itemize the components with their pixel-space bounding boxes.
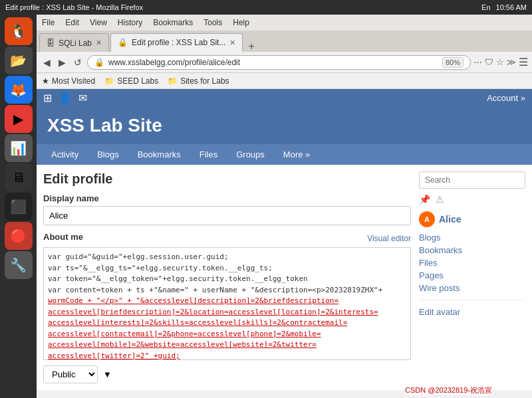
dock-icon-5[interactable]: 🖥: [5, 163, 33, 191]
tab-xss-favicon: 🔒: [118, 38, 128, 47]
display-name-label: Display name: [43, 193, 411, 203]
dock-icon-4[interactable]: 📊: [5, 134, 33, 162]
menu-help[interactable]: Help: [233, 18, 249, 27]
code-line-5: wormCode + "</p>" + "&accesslevel[descri…: [48, 296, 406, 307]
dock-icon-7[interactable]: 🔧: [5, 251, 33, 279]
bookmark-add-icon[interactable]: ☆: [496, 57, 504, 67]
bookmarks-bar: ★ Most Visited 📁 SEED Labs 📁 Sites for L…: [37, 73, 532, 89]
zoom-level: 80%: [442, 57, 464, 68]
os-system-tray: En 10:56 AM: [481, 3, 527, 11]
address-bar: ◀ ▶ ↺ 🔒 www.xsslabelgg.com/profile/alice…: [37, 52, 532, 73]
content-area: Edit profile Display name About me Visua…: [37, 165, 532, 390]
user-avatar: A: [419, 211, 435, 227]
toolbar-overflow-icon[interactable]: ≫: [507, 57, 516, 67]
sidebar: 📌 ⚠ A Alice Blogs Bookmarks Files Pages …: [419, 171, 525, 383]
sidebar-link-blogs[interactable]: Blogs: [419, 233, 525, 243]
menu-bookmarks[interactable]: Bookmarks: [153, 18, 193, 27]
website-content: ⊞ 👤 ✉ Account » XSS Lab Site Activity Bl…: [37, 89, 532, 390]
code-line-4: var content=token + ts +"&name=" + userN…: [48, 285, 406, 296]
tab-bar: 🗄 SQLi Lab ✕ 🔒 Edit profile : XSS Lab Si…: [37, 31, 532, 52]
page-title: Edit profile: [43, 171, 411, 187]
code-editor[interactable]: var guid="&guid="+elgg.session.user.guid…: [43, 247, 411, 360]
browser-menu-bar: File Edit View History Bookmarks Tools H…: [37, 15, 532, 31]
menu-file[interactable]: File: [42, 18, 55, 27]
menu-view[interactable]: View: [90, 18, 107, 27]
menu-edit[interactable]: Edit: [65, 18, 79, 27]
code-line-3: var token="&__elgg_token="+elgg.security…: [48, 274, 406, 285]
code-line-10: accesslevel[twitter]=2" +guid;: [48, 351, 406, 361]
new-tab-button[interactable]: +: [244, 41, 258, 52]
dock-files-icon[interactable]: 📂: [5, 47, 33, 74]
nav-blogs[interactable]: Blogs: [88, 144, 128, 165]
about-me-label: About me: [43, 232, 83, 242]
nav-activity[interactable]: Activity: [42, 144, 88, 165]
menu-tools[interactable]: Tools: [203, 18, 222, 27]
public-select-row: Public Friends Private ▼: [43, 365, 411, 383]
tab-xss-label: Edit profile : XSS Lab Sit...: [132, 38, 225, 47]
select-arrow: ▼: [103, 369, 112, 379]
forward-button[interactable]: ▶: [56, 56, 68, 69]
tab-sqli-lab[interactable]: 🗄 SQLi Lab ✕: [39, 33, 109, 52]
bookmark-seed-labs[interactable]: 📁 SEED Labs: [104, 76, 158, 86]
display-name-input[interactable]: [43, 206, 411, 225]
refresh-button[interactable]: ↺: [71, 56, 84, 69]
dock-icon-6[interactable]: 🔴: [5, 222, 33, 250]
site-mail-icon[interactable]: ✉: [78, 92, 87, 104]
code-line-7: accesslevel[interests]=2&skills=accessle…: [48, 318, 406, 329]
watermark: CSDN @20232819-祝浩宣: [405, 385, 492, 395]
code-line-2: var ts="&__elgg_ts="+elgg.security.token…: [48, 263, 406, 274]
nav-groups[interactable]: Groups: [227, 144, 274, 165]
site-header: XSS Lab Site: [37, 107, 532, 144]
tab-xss-close[interactable]: ✕: [229, 39, 235, 47]
site-home-icon[interactable]: ⊞: [43, 92, 52, 104]
clock: 10:56 AM: [496, 3, 527, 11]
code-line-9: accesslevel[mobile]=2&website=accessleve…: [48, 340, 406, 351]
sidebar-link-edit-avatar[interactable]: Edit avatar: [419, 307, 525, 317]
bookmark-sites-for-labs[interactable]: 📁 Sites for Labs: [168, 76, 229, 86]
star-icon: ★: [42, 76, 49, 86]
dock-icon-3[interactable]: ▶: [5, 105, 33, 133]
tab-xss-lab[interactable]: 🔒 Edit profile : XSS Lab Sit... ✕: [110, 33, 243, 52]
dock-browser-icon[interactable]: 🦊: [5, 76, 33, 104]
account-menu[interactable]: Account »: [487, 93, 525, 103]
sidebar-link-pages[interactable]: Pages: [419, 270, 525, 280]
dock-ubuntu-icon[interactable]: 🐧: [5, 17, 33, 45]
search-input[interactable]: [419, 171, 525, 189]
reader-mode-icon[interactable]: ⋯: [473, 57, 482, 67]
code-line-6: accesslevel[briefdescription]=2&location…: [48, 307, 406, 318]
about-me-header: About me Visual editor: [43, 232, 411, 245]
site-top-bar: ⊞ 👤 ✉ Account »: [37, 89, 532, 107]
sidebar-username[interactable]: Alice: [439, 214, 461, 225]
nav-files[interactable]: Files: [190, 144, 227, 165]
url-box[interactable]: 🔒 www.xsslabelgg.com/profile/alice/edit …: [87, 55, 471, 70]
dock-terminal-icon[interactable]: ⬛: [5, 193, 33, 221]
browser-window: File Edit View History Bookmarks Tools H…: [37, 15, 532, 398]
os-bar: Edit profile : XSS Lab Site - Mozilla Fi…: [0, 0, 532, 15]
bookmark-star-icon[interactable]: 🛡: [485, 57, 493, 67]
sidebar-link-files[interactable]: Files: [419, 258, 525, 268]
sidebar-icon-bar: 📌 ⚠: [419, 194, 525, 205]
sidebar-link-bookmarks[interactable]: Bookmarks: [419, 245, 525, 255]
sidebar-user: A Alice: [419, 211, 525, 227]
os-title: Edit profile : XSS Lab Site - Mozilla Fi…: [5, 3, 143, 11]
alert-icon[interactable]: ⚠: [436, 194, 444, 205]
pin-icon[interactable]: 📌: [419, 194, 430, 205]
site-nav: Activity Blogs Bookmarks Files Groups Mo…: [37, 144, 532, 165]
sidebar-link-wire-posts[interactable]: Wire posts: [419, 283, 525, 293]
tab-sqli-close[interactable]: ✕: [96, 39, 102, 47]
visibility-select[interactable]: Public Friends Private: [43, 365, 98, 383]
tab-sqli-label: SQLi Lab: [59, 39, 92, 48]
url-text: www.xsslabelgg.com/profile/alice/edit: [108, 58, 438, 67]
folder-icon-2: 📁: [168, 76, 178, 86]
back-button[interactable]: ◀: [41, 56, 53, 69]
hamburger-menu[interactable]: ☰: [519, 56, 528, 68]
site-user-icon[interactable]: 👤: [59, 92, 72, 104]
nav-bookmarks[interactable]: Bookmarks: [128, 144, 190, 165]
visual-editor-link[interactable]: Visual editor: [367, 234, 411, 243]
bookmark-most-visited[interactable]: ★ Most Visited: [42, 76, 95, 86]
code-line-1: var guid="&guid="+elgg.session.user.guid…: [48, 252, 406, 263]
nav-more[interactable]: More »: [274, 144, 319, 165]
menu-history[interactable]: History: [118, 18, 142, 27]
main-form-area: Edit profile Display name About me Visua…: [43, 171, 411, 383]
folder-icon-1: 📁: [104, 76, 114, 86]
